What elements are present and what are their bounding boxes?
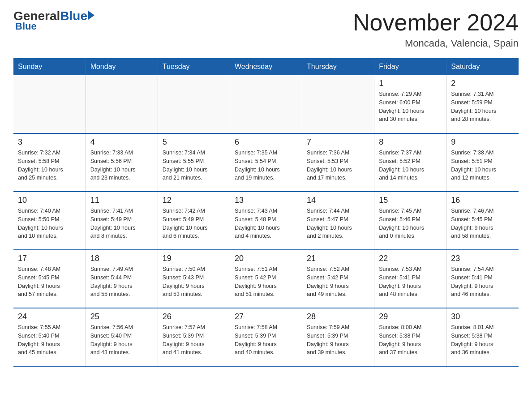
day-number: 30 [451, 312, 514, 321]
day-number: 14 [307, 196, 369, 205]
calendar-week-row: 3Sunrise: 7:32 AM Sunset: 5:58 PM Daylig… [13, 133, 519, 192]
calendar-week-row: 1Sunrise: 7:29 AM Sunset: 6:00 PM Daylig… [13, 75, 519, 133]
calendar-header: SundayMondayTuesdayWednesdayThursdayFrid… [13, 58, 519, 75]
calendar-day-cell: 30Sunrise: 8:01 AM Sunset: 5:38 PM Dayli… [446, 308, 519, 366]
day-number: 1 [379, 79, 442, 88]
calendar-day-cell: 15Sunrise: 7:45 AM Sunset: 5:46 PM Dayli… [374, 192, 446, 250]
day-info: Sunrise: 7:51 AM Sunset: 5:42 PM Dayligh… [235, 265, 297, 299]
calendar-day-cell: 3Sunrise: 7:32 AM Sunset: 5:58 PM Daylig… [13, 133, 86, 192]
calendar-week-row: 10Sunrise: 7:40 AM Sunset: 5:50 PM Dayli… [13, 192, 519, 250]
weekday-header-monday: Monday [86, 58, 158, 75]
day-number: 12 [163, 196, 225, 205]
calendar-day-cell [158, 75, 230, 133]
title-area: November 2024 Moncada, Valencia, Spain [353, 9, 519, 49]
day-number: 27 [235, 312, 297, 321]
calendar-day-cell: 22Sunrise: 7:53 AM Sunset: 5:41 PM Dayli… [374, 250, 446, 308]
weekday-header-friday: Friday [374, 58, 446, 75]
day-info: Sunrise: 7:38 AM Sunset: 5:51 PM Dayligh… [451, 149, 514, 182]
day-number: 26 [163, 312, 225, 321]
day-number: 5 [163, 137, 225, 147]
day-number: 8 [379, 137, 442, 147]
day-info: Sunrise: 7:50 AM Sunset: 5:43 PM Dayligh… [163, 265, 225, 299]
calendar-table: SundayMondayTuesdayWednesdayThursdayFrid… [13, 58, 519, 367]
day-number: 13 [235, 196, 297, 205]
calendar-day-cell: 21Sunrise: 7:52 AM Sunset: 5:42 PM Dayli… [302, 250, 374, 308]
calendar-day-cell: 19Sunrise: 7:50 AM Sunset: 5:43 PM Dayli… [158, 250, 230, 308]
day-number: 25 [90, 312, 153, 321]
day-info: Sunrise: 7:32 AM Sunset: 5:58 PM Dayligh… [18, 149, 81, 182]
day-number: 11 [90, 196, 153, 205]
day-number: 22 [379, 254, 442, 263]
day-number: 2 [451, 79, 514, 88]
calendar-day-cell [86, 75, 158, 133]
day-number: 16 [451, 196, 514, 205]
day-number: 21 [307, 254, 369, 263]
calendar-day-cell: 8Sunrise: 7:37 AM Sunset: 5:52 PM Daylig… [374, 133, 446, 192]
day-number: 19 [163, 254, 225, 263]
day-info: Sunrise: 7:36 AM Sunset: 5:53 PM Dayligh… [307, 149, 369, 182]
calendar-day-cell: 6Sunrise: 7:35 AM Sunset: 5:54 PM Daylig… [230, 133, 302, 192]
calendar-day-cell: 23Sunrise: 7:54 AM Sunset: 5:41 PM Dayli… [446, 250, 519, 308]
day-number: 20 [235, 254, 297, 263]
calendar-day-cell: 14Sunrise: 7:44 AM Sunset: 5:47 PM Dayli… [302, 192, 374, 250]
day-number: 9 [451, 137, 514, 147]
day-number: 15 [379, 196, 442, 205]
weekday-header-row: SundayMondayTuesdayWednesdayThursdayFrid… [13, 58, 519, 75]
day-info: Sunrise: 7:54 AM Sunset: 5:41 PM Dayligh… [451, 265, 514, 299]
calendar-day-cell: 10Sunrise: 7:40 AM Sunset: 5:50 PM Dayli… [13, 192, 86, 250]
day-number: 17 [18, 254, 81, 263]
calendar-day-cell: 24Sunrise: 7:55 AM Sunset: 5:40 PM Dayli… [13, 308, 86, 366]
day-info: Sunrise: 7:41 AM Sunset: 5:49 PM Dayligh… [90, 207, 153, 240]
day-info: Sunrise: 7:53 AM Sunset: 5:41 PM Dayligh… [379, 265, 442, 299]
day-number: 28 [307, 312, 369, 321]
calendar-week-row: 24Sunrise: 7:55 AM Sunset: 5:40 PM Dayli… [13, 308, 519, 366]
location-title: Moncada, Valencia, Spain [353, 38, 519, 49]
calendar-day-cell [302, 75, 374, 133]
month-title: November 2024 [353, 9, 519, 36]
day-info: Sunrise: 7:31 AM Sunset: 5:59 PM Dayligh… [451, 90, 514, 124]
day-info: Sunrise: 7:37 AM Sunset: 5:52 PM Dayligh… [379, 149, 442, 182]
day-info: Sunrise: 7:34 AM Sunset: 5:55 PM Dayligh… [163, 149, 225, 182]
weekday-header-thursday: Thursday [302, 58, 374, 75]
weekday-header-saturday: Saturday [446, 58, 519, 75]
calendar-day-cell: 7Sunrise: 7:36 AM Sunset: 5:53 PM Daylig… [302, 133, 374, 192]
day-number: 4 [90, 137, 153, 147]
calendar-day-cell: 9Sunrise: 7:38 AM Sunset: 5:51 PM Daylig… [446, 133, 519, 192]
day-info: Sunrise: 7:29 AM Sunset: 6:00 PM Dayligh… [379, 90, 442, 124]
calendar-day-cell: 5Sunrise: 7:34 AM Sunset: 5:55 PM Daylig… [158, 133, 230, 192]
calendar-day-cell: 28Sunrise: 7:59 AM Sunset: 5:39 PM Dayli… [302, 308, 374, 366]
day-info: Sunrise: 7:40 AM Sunset: 5:50 PM Dayligh… [18, 207, 81, 240]
day-info: Sunrise: 7:45 AM Sunset: 5:46 PM Dayligh… [379, 207, 442, 240]
day-info: Sunrise: 7:55 AM Sunset: 5:40 PM Dayligh… [18, 323, 81, 357]
weekday-header-sunday: Sunday [13, 58, 86, 75]
day-info: Sunrise: 7:57 AM Sunset: 5:39 PM Dayligh… [163, 323, 225, 357]
day-number: 23 [451, 254, 514, 263]
day-info: Sunrise: 8:01 AM Sunset: 5:38 PM Dayligh… [451, 323, 514, 357]
calendar-body: 1Sunrise: 7:29 AM Sunset: 6:00 PM Daylig… [13, 75, 519, 366]
day-info: Sunrise: 7:59 AM Sunset: 5:39 PM Dayligh… [307, 323, 369, 357]
calendar-day-cell: 2Sunrise: 7:31 AM Sunset: 5:59 PM Daylig… [446, 75, 519, 133]
calendar-day-cell: 20Sunrise: 7:51 AM Sunset: 5:42 PM Dayli… [230, 250, 302, 308]
day-number: 18 [90, 254, 153, 263]
day-number: 3 [18, 137, 81, 147]
day-number: 7 [307, 137, 369, 147]
day-info: Sunrise: 7:58 AM Sunset: 5:39 PM Dayligh… [235, 323, 297, 357]
day-info: Sunrise: 7:48 AM Sunset: 5:45 PM Dayligh… [18, 265, 81, 299]
day-info: Sunrise: 7:49 AM Sunset: 5:44 PM Dayligh… [90, 265, 153, 299]
logo-blue-text: Blue [60, 9, 87, 23]
day-info: Sunrise: 7:52 AM Sunset: 5:42 PM Dayligh… [307, 265, 369, 299]
calendar-week-row: 17Sunrise: 7:48 AM Sunset: 5:45 PM Dayli… [13, 250, 519, 308]
calendar-day-cell: 26Sunrise: 7:57 AM Sunset: 5:39 PM Dayli… [158, 308, 230, 366]
day-info: Sunrise: 7:35 AM Sunset: 5:54 PM Dayligh… [235, 149, 297, 182]
day-info: Sunrise: 7:56 AM Sunset: 5:40 PM Dayligh… [90, 323, 153, 357]
day-number: 6 [235, 137, 297, 147]
header: General Blue Blue November 2024 Moncada,… [13, 9, 519, 49]
calendar-day-cell: 4Sunrise: 7:33 AM Sunset: 5:56 PM Daylig… [86, 133, 158, 192]
calendar-day-cell: 17Sunrise: 7:48 AM Sunset: 5:45 PM Dayli… [13, 250, 86, 308]
calendar-day-cell: 29Sunrise: 8:00 AM Sunset: 5:38 PM Dayli… [374, 308, 446, 366]
logo: General Blue Blue [13, 9, 94, 32]
day-info: Sunrise: 8:00 AM Sunset: 5:38 PM Dayligh… [379, 323, 442, 357]
day-info: Sunrise: 7:33 AM Sunset: 5:56 PM Dayligh… [90, 149, 153, 182]
day-number: 10 [18, 196, 81, 205]
day-info: Sunrise: 7:42 AM Sunset: 5:49 PM Dayligh… [163, 207, 225, 240]
